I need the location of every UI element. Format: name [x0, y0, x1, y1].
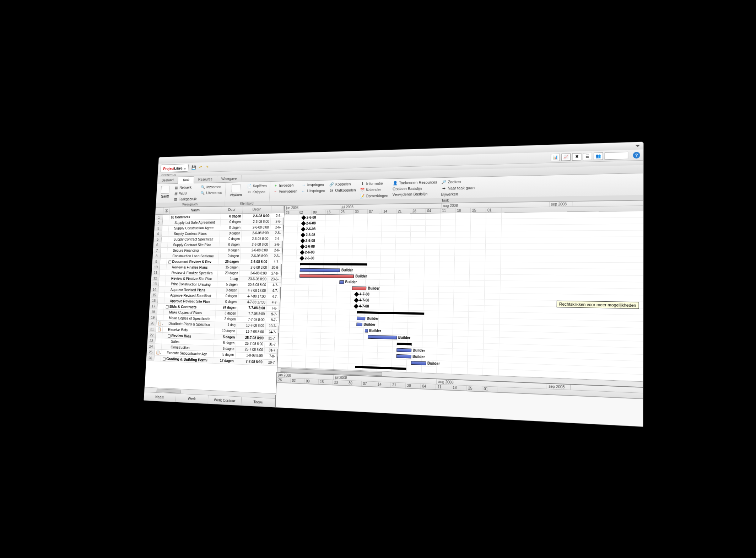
- col-begin[interactable]: Begin: [243, 206, 271, 213]
- milestone-icon[interactable]: [301, 221, 306, 226]
- task-row[interactable]: 4Supply Contract Plans0 dagen2-6-08 8:00…: [154, 230, 283, 237]
- undo-icon[interactable]: ↶: [198, 164, 203, 170]
- task-grid[interactable]: ⓘ Naam Duur Begin 1−Contracts0 dagen2-6-…: [145, 205, 284, 393]
- redo-icon[interactable]: ↷: [205, 164, 210, 170]
- bar-label: Builder: [367, 316, 379, 321]
- opmerkingen-button[interactable]: 📝Opmerkingen: [359, 193, 389, 199]
- milestone-icon[interactable]: [301, 232, 305, 237]
- ontkoppelen-button[interactable]: ⛓Ontkoppelen: [328, 187, 357, 193]
- window-menu-caret[interactable]: [635, 145, 640, 147]
- milestone-icon[interactable]: [354, 291, 359, 296]
- task-bar[interactable]: [299, 268, 340, 272]
- informatie-button[interactable]: ℹInformatie: [360, 180, 390, 186]
- netwerk-button[interactable]: ▦Netwerk: [173, 184, 198, 190]
- help-icon[interactable]: ?: [633, 151, 640, 158]
- search-box[interactable]: [605, 151, 628, 160]
- task-row[interactable]: 5Supply Contract Specificati0 dagen2-6-0…: [154, 236, 283, 242]
- task-row[interactable]: 6Supply Contract Site Plan0 dagen2-6-08 …: [153, 242, 283, 247]
- detail-col-werk[interactable]: Werk: [176, 393, 208, 403]
- task-row[interactable]: 9−Document Review & Rev25 dagen2-6-08 8:…: [152, 259, 282, 265]
- task-bar[interactable]: [357, 316, 366, 320]
- summary-bar[interactable]: [355, 366, 406, 370]
- detail-col-contour[interactable]: Werk Contour: [208, 395, 241, 405]
- bijwerken-button[interactable]: Bijwerken: [440, 191, 475, 197]
- task-bar[interactable]: [340, 280, 344, 284]
- wbs-button[interactable]: ▤WBS: [173, 190, 198, 196]
- tab-taak[interactable]: Taak: [178, 176, 194, 183]
- task-bar[interactable]: [365, 329, 368, 332]
- task-bar[interactable]: [411, 361, 426, 365]
- team-view-icon[interactable]: 👥: [594, 152, 603, 160]
- task-bar[interactable]: [396, 354, 411, 358]
- col-naam[interactable]: Naam: [169, 206, 221, 214]
- col-rownum[interactable]: [156, 207, 164, 214]
- milestone-icon[interactable]: [300, 244, 304, 249]
- verwijderen-basislijn-button[interactable]: Verwijderen Basislijn: [392, 191, 437, 197]
- bar-label: Builder: [427, 361, 440, 366]
- milestone-icon[interactable]: [301, 227, 306, 232]
- task-bar[interactable]: [368, 335, 397, 339]
- col-duur[interactable]: Duur: [221, 206, 243, 213]
- task-bar[interactable]: [396, 348, 411, 352]
- gantt-button[interactable]: Gantt: [159, 185, 172, 199]
- task-row[interactable]: 8Construction Loan Settleme0 dagen2-6-08…: [153, 253, 282, 259]
- milestone-icon[interactable]: [353, 304, 358, 308]
- search-icon: 🔎: [441, 179, 446, 184]
- usage-view-icon[interactable]: ☰: [583, 152, 592, 160]
- bar-label: Builder: [363, 322, 376, 327]
- tab-resource[interactable]: Resource: [194, 176, 217, 183]
- task-bar[interactable]: [299, 274, 354, 278]
- col-end[interactable]: [271, 205, 284, 213]
- zoeken-button[interactable]: 🔎Zoeken: [441, 178, 475, 185]
- gantt-icon: [161, 186, 170, 193]
- knippen-button[interactable]: ✂Knippen: [246, 189, 267, 194]
- delete-view-icon[interactable]: ✖: [572, 153, 581, 160]
- unlink-icon: ⛓: [329, 188, 334, 193]
- summary-bar[interactable]: [396, 343, 411, 345]
- inzoomen-button[interactable]: 🔍Inzoomen: [200, 184, 223, 189]
- milestone-label: 4-7-08: [359, 298, 369, 302]
- taakgebruik-button[interactable]: ▥Taakgebruik: [173, 196, 197, 202]
- summary-bar[interactable]: [357, 311, 425, 315]
- calendar-icon: 📅: [360, 187, 365, 192]
- inspringen-button[interactable]: →Inspringen: [301, 182, 326, 188]
- task-grid-pane: ⓘ Naam Duur Begin 1−Contracts0 dagen2-6-…: [144, 205, 285, 407]
- verwijderen-button[interactable]: −Verwijderen: [272, 188, 298, 194]
- zoom-out-icon: 🔍: [200, 191, 205, 195]
- save-icon[interactable]: 💾: [191, 165, 196, 170]
- task-bar[interactable]: [352, 286, 367, 290]
- col-indicator[interactable]: ⓘ: [163, 207, 170, 214]
- context-tooltip: Rechtsklikken voor meer mogelijkheden: [556, 300, 639, 308]
- link-icon: 🔗: [329, 182, 334, 187]
- kopieren-button[interactable]: 📄Kopiëren: [247, 183, 268, 188]
- detail-col-toewi[interactable]: Toewi: [241, 397, 275, 407]
- resource-chart-icon[interactable]: 📈: [561, 153, 571, 161]
- milestone-icon[interactable]: [300, 238, 305, 243]
- task-row[interactable]: 7Secure Financing0 dagen2-6-08 8:002-6-: [153, 247, 282, 253]
- summary-bar[interactable]: [300, 263, 367, 265]
- gantt-chart[interactable]: Rechtsklikken voor meer mogelijkheden 2-…: [277, 211, 643, 381]
- assign-icon: 👤: [393, 180, 398, 185]
- bar-label: Builder: [341, 268, 353, 272]
- koppelen-button[interactable]: 🔗Koppelen: [329, 181, 357, 187]
- tab-bestand[interactable]: Bestand: [157, 176, 178, 183]
- gantt-pane: jun 2008jul 2008aug 2008sep 2008 2602091…: [276, 200, 643, 426]
- opslaan-basislijn-button[interactable]: Opslaan Basislijn: [392, 186, 438, 191]
- tab-weergave[interactable]: Weergave: [217, 175, 241, 182]
- toekennen-button[interactable]: 👤Toekennen Resources: [392, 179, 438, 186]
- task-row[interactable]: 3Supply Construction Agree0 dagen2-6-08 …: [155, 225, 284, 231]
- uitzoomen-button[interactable]: 🔍Uitzoomen: [200, 190, 223, 195]
- milestone-icon[interactable]: [300, 250, 304, 255]
- kalender-button[interactable]: 📅Kalender: [359, 186, 389, 192]
- chart-view-icon[interactable]: 📊: [551, 153, 560, 161]
- naar-taak-button[interactable]: ➡Naar taak gaan: [441, 185, 475, 191]
- milestone-icon[interactable]: [354, 297, 359, 302]
- info-icon: ℹ: [360, 181, 365, 186]
- plakken-button[interactable]: Plakken: [228, 183, 244, 198]
- uitspringen-button[interactable]: ←Uitspringen: [301, 188, 326, 194]
- detail-col-naam[interactable]: Naam: [144, 392, 176, 402]
- invoegen-button[interactable]: +Invoegen: [272, 182, 298, 188]
- milestone-icon[interactable]: [299, 256, 304, 261]
- bar-label: Builder: [412, 354, 425, 359]
- task-bar[interactable]: [356, 322, 362, 326]
